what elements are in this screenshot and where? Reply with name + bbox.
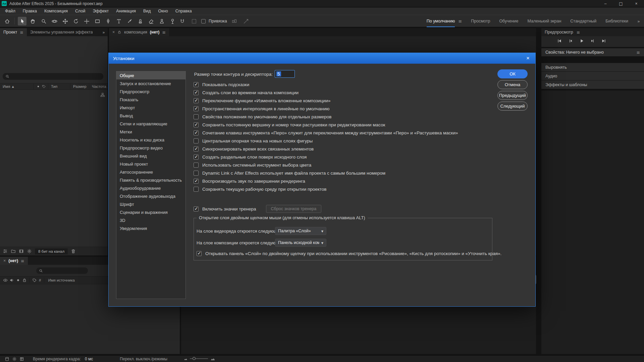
video-eye-icon[interactable] (2, 278, 8, 283)
tab-project[interactable]: Проект ≡ (0, 28, 27, 36)
workspace-menu-icon[interactable]: ≡ (458, 19, 462, 24)
collapsed-panel-header[interactable]: Выровнять (541, 63, 644, 72)
checkbox[interactable] (194, 155, 199, 160)
solo-icon[interactable] (15, 278, 21, 283)
gpu-status-icon[interactable] (18, 357, 25, 361)
tab-close-icon[interactable]: × (112, 30, 115, 35)
checkbox[interactable] (194, 146, 199, 152)
panel-menu-icon[interactable]: ≡ (637, 50, 640, 55)
preferences-category[interactable]: Метки (116, 128, 185, 136)
last-frame-button[interactable] (600, 37, 608, 45)
tab-effect-controls[interactable]: Элементы управления эффектами (не (27, 28, 93, 36)
preferences-category[interactable]: Сетки и направляющие (116, 120, 185, 128)
preferences-category[interactable]: Запуск и восстановление (116, 79, 185, 87)
dropdown[interactable]: Панель исходной ком... (275, 239, 326, 247)
type-tool[interactable] (114, 17, 123, 25)
clone-stamp-tool[interactable] (136, 17, 145, 25)
new-composition-icon[interactable] (19, 249, 24, 254)
home-button[interactable] (3, 17, 11, 25)
workspace-tab[interactable]: Обучение (499, 15, 518, 27)
media-cache-icon[interactable] (3, 357, 11, 361)
ok-button[interactable]: ОК (497, 69, 528, 78)
minimize-button[interactable]: – (598, 0, 613, 7)
eraser-tool[interactable] (147, 17, 155, 25)
tab-close-icon[interactable]: × (3, 258, 6, 263)
preferences-category[interactable]: Отображение аудиовыхода (116, 192, 185, 200)
lock-icon[interactable] (21, 278, 28, 283)
label-tag-icon[interactable] (31, 278, 38, 283)
pan-camera-tool[interactable] (61, 17, 69, 25)
menu-item[interactable]: Эффект (89, 7, 112, 15)
reset-coach-marks-button[interactable]: Сброс значков тренера (266, 205, 322, 213)
rotation-tool[interactable] (71, 17, 80, 25)
panel-menu-icon[interactable]: ≡ (577, 30, 580, 35)
column-type[interactable]: Тип (48, 83, 70, 90)
selection-tool[interactable] (18, 17, 26, 25)
preferences-category[interactable]: Внешний вид (116, 152, 185, 160)
next-button[interactable]: Следующий (497, 102, 528, 111)
dialog-close-button[interactable]: × (521, 53, 535, 64)
tab-overflow-icon[interactable]: » (102, 30, 108, 35)
coach-marks-checkbox[interactable] (194, 206, 199, 212)
play-button[interactable] (578, 37, 586, 45)
preferences-category[interactable]: Вывод (116, 112, 185, 120)
zoom-slider[interactable] (190, 358, 208, 359)
menu-item[interactable]: Правка (19, 7, 41, 15)
project-search-input[interactable] (3, 73, 103, 80)
preferences-category[interactable]: Автосохранение (116, 168, 185, 176)
preferences-category[interactable]: 3D (116, 216, 185, 224)
snap-magnet-icon[interactable] (178, 17, 186, 25)
puppet-pin-tool[interactable] (168, 17, 177, 25)
snap-region-icon[interactable] (190, 17, 198, 25)
preferences-category[interactable]: Уведомления (116, 224, 185, 232)
preferences-category[interactable]: Память & производительность (116, 176, 185, 184)
new-folder-icon[interactable] (11, 249, 16, 254)
bit-depth-button[interactable]: 8 бит на канал (35, 248, 68, 254)
menu-item[interactable]: Окно (155, 7, 172, 15)
preferences-category[interactable]: Шрифт (116, 200, 185, 208)
checkbox[interactable] (194, 90, 199, 95)
workspace-tab[interactable]: Библиотеки (605, 15, 628, 27)
previous-button[interactable]: Предыдущий (497, 91, 528, 100)
maximize-button[interactable]: □ (613, 0, 629, 7)
next-frame-button[interactable] (589, 37, 597, 45)
open-layer-panel-checkbox[interactable] (197, 251, 202, 256)
lock-icon[interactable] (117, 30, 121, 34)
first-frame-button[interactable] (555, 37, 564, 45)
column-name[interactable]: Имя ▲ (0, 83, 34, 90)
collapsed-panel-header[interactable]: Аудио (541, 72, 644, 80)
tab-composition[interactable]: × композиция (нет) ≡ (109, 28, 169, 36)
snap-features-icon[interactable] (242, 17, 251, 25)
previous-frame-button[interactable] (567, 37, 575, 45)
cancel-button[interactable]: Отмена (497, 80, 528, 89)
source-name-column[interactable]: Имя источника (46, 278, 77, 282)
checkbox[interactable] (194, 130, 199, 135)
preferences-category[interactable]: Предпросмотр видео (116, 144, 185, 152)
preferences-category[interactable]: Новый проект (116, 160, 185, 168)
checkbox[interactable] (194, 187, 199, 192)
dropdown[interactable]: Палитра «Слой» (275, 227, 326, 235)
preferences-category[interactable]: Носитель и кэш диска (116, 136, 185, 144)
hash-column[interactable]: # (38, 278, 42, 282)
checkbox[interactable] (194, 98, 199, 103)
collapsed-panel-header[interactable]: Эффекты и шаблоны (541, 80, 644, 89)
dialog-titlebar[interactable]: Установки (109, 53, 535, 64)
panel-menu-icon[interactable]: ≡ (20, 30, 23, 35)
preferences-category[interactable]: Аудиооборудование (116, 184, 185, 192)
workspace-tab[interactable]: Просмотр (471, 15, 490, 27)
interpret-footage-icon[interactable] (3, 249, 8, 254)
checkbox[interactable] (194, 114, 199, 119)
checkbox[interactable] (194, 122, 199, 127)
column-rate[interactable]: Частота ... (89, 83, 108, 90)
zoom-tool[interactable] (39, 17, 48, 25)
workspace-tab[interactable]: По умолчанию (427, 15, 455, 27)
close-button[interactable]: × (629, 0, 644, 7)
tab-timeline[interactable]: × (нет) ≡ (0, 257, 28, 265)
shape-tool[interactable] (93, 17, 102, 25)
checkbox[interactable] (194, 106, 199, 111)
toggle-switches-modes-button[interactable]: Перекл. выключ./режимы (120, 357, 167, 361)
menu-item[interactable]: Анимация (112, 7, 140, 15)
timeline-search-input[interactable] (36, 267, 88, 274)
roto-brush-tool[interactable] (157, 17, 166, 25)
hand-tool[interactable] (29, 17, 37, 25)
